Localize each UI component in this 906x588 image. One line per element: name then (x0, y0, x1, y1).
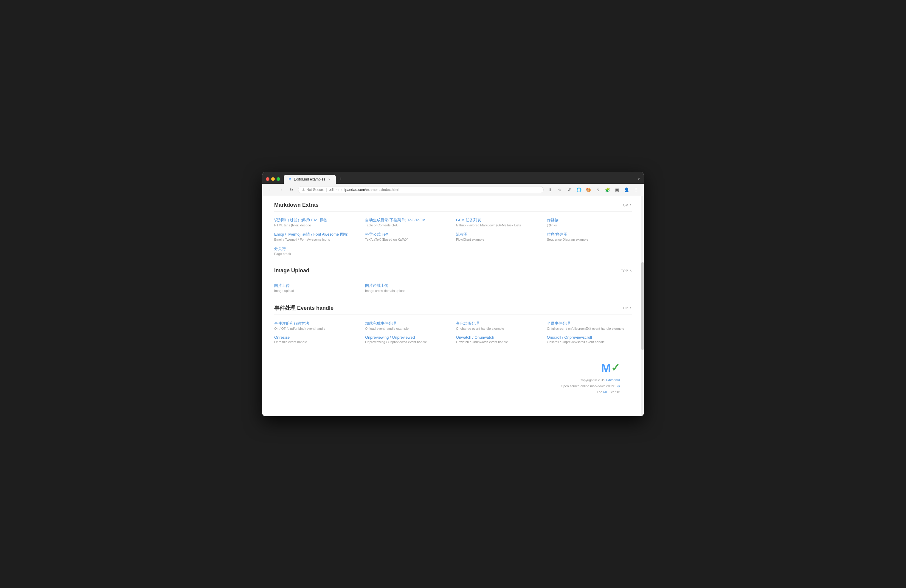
refresh-button[interactable]: ↻ (287, 186, 296, 194)
item-link[interactable]: 图片上传 (274, 283, 359, 288)
tab-favicon: M (288, 177, 292, 182)
puzzle-button[interactable]: 🧩 (603, 186, 611, 194)
sidebar-toggle[interactable]: ▣ (613, 186, 621, 194)
item-desc: Onresize event handle (274, 340, 359, 344)
url-separator: | (326, 188, 327, 192)
item-link[interactable]: 流程图 (456, 232, 541, 237)
new-tab-button[interactable]: + (337, 175, 345, 183)
minimize-button[interactable] (271, 177, 275, 181)
item-link[interactable]: 图片跨域上传 (365, 283, 450, 288)
item-desc: Image cross-domain upload (365, 289, 450, 293)
item-link[interactable]: 变化监听处理 (456, 321, 541, 326)
title-bar: M Editor.md examples ✕ + ∨ (262, 172, 644, 184)
item-link[interactable]: 时序/序列图 (547, 232, 632, 237)
item-desc: FlowChart example (456, 238, 541, 241)
section-header: 事件处理 Events handleTOP ∧ (274, 304, 632, 315)
tabs-bar: M Editor.md examples ✕ + (284, 175, 638, 184)
grid-item: Onwatch / OnunwatchOnwatch / Onunwatch e… (456, 335, 541, 344)
item-link[interactable]: Onscroll / Onpreviewscroll (547, 335, 632, 339)
reload-button[interactable]: ↺ (565, 186, 573, 194)
item-desc: TeX/LaTeX (Based on KaTeX) (365, 238, 450, 241)
back-button[interactable]: ← (266, 186, 274, 194)
tab-close-button[interactable]: ✕ (327, 177, 332, 182)
item-desc: On / Off (bind/unbind) event handle (274, 327, 359, 330)
section-title: Image Upload (274, 268, 309, 274)
share-button[interactable]: ⬆ (546, 186, 554, 194)
section-title: 事件处理 Events handle (274, 304, 333, 312)
license-link[interactable]: MIT (603, 390, 609, 394)
footer-copyright: Copyright © 2015 Editor.md Open source o… (286, 378, 620, 395)
scrollbar-track (641, 196, 644, 416)
section-header: Markdown ExtrasTOP ∧ (274, 202, 632, 212)
copyright-text: Copyright © 2015 (580, 378, 605, 382)
item-link[interactable]: 全屏事件处理 (547, 321, 632, 326)
item-desc: Onscroll / Onpreviewscroll event handle (547, 340, 632, 344)
extension-button-3[interactable]: N (594, 186, 602, 194)
item-link[interactable]: Onwatch / Onunwatch (456, 335, 541, 339)
item-link[interactable]: Onpreviewing / Onpreviewed (365, 335, 450, 339)
section-markdown-extras: Markdown ExtrasTOP ∧识别和（过滤）解析HTML标签HTML … (274, 202, 632, 256)
item-desc: Onwatch / Onunwatch event handle (456, 340, 541, 344)
top-link[interactable]: TOP ∧ (621, 306, 632, 310)
item-link[interactable]: 科学公式 TeX (365, 232, 450, 237)
section-grid: 图片上传Image upload图片跨域上传Image cross-domain… (274, 283, 632, 293)
section-grid: 事件注册和解除方法On / Off (bind/unbind) event ha… (274, 321, 632, 344)
extension-button-1[interactable]: 🌐 (574, 186, 583, 194)
item-desc: Github Flavored Markdown (GFM) Task List… (456, 223, 541, 227)
top-link[interactable]: TOP ∧ (621, 203, 632, 207)
grid-item: 分页符Page break (274, 246, 359, 256)
item-desc: HTML tags (filter) decode (274, 223, 359, 227)
grid-item: 自动生成目录(下拉菜单) ToC/ToCMTable of Contents (… (365, 217, 450, 227)
grid-item: 图片上传Image upload (274, 283, 359, 293)
url-domain: editor.md.ipandao.com (329, 188, 365, 192)
item-link[interactable]: Emoji / Twemoji 表情 / Font Awesome 图标 (274, 232, 359, 237)
grid-item: 事件注册和解除方法On / Off (bind/unbind) event ha… (274, 321, 359, 330)
extension-button-2[interactable]: 🎨 (584, 186, 592, 194)
tab-title: Editor.md examples (294, 177, 325, 182)
address-bar[interactable]: ⚠ Not Secure | editor.md.ipandao.com/exa… (298, 186, 544, 193)
grid-item: 图片跨域上传Image cross-domain upload (365, 283, 450, 293)
item-desc: Page break (274, 252, 359, 256)
forward-button[interactable]: → (277, 186, 285, 194)
grid-item: Onpreviewing / OnpreviewedOnpreviewing /… (365, 335, 450, 344)
item-link[interactable]: 识别和（过滤）解析HTML标签 (274, 217, 359, 223)
item-link[interactable]: 分页符 (274, 246, 359, 252)
active-tab[interactable]: M Editor.md examples ✕ (284, 175, 336, 184)
scrollbar-thumb[interactable] (641, 262, 644, 350)
profile-button[interactable]: 👤 (622, 186, 631, 194)
url-path: /examples/index.html (365, 188, 399, 192)
url-display: editor.md.ipandao.com/examples/index.htm… (329, 188, 399, 192)
logo-m: M (601, 362, 611, 375)
tagline-text: Open source online markdown editor. (561, 384, 615, 388)
content-wrapper: Markdown ExtrasTOP ∧识别和（过滤）解析HTML标签HTML … (262, 196, 644, 416)
item-link[interactable]: 事件注册和解除方法 (274, 321, 359, 326)
item-link[interactable]: @链接 (547, 217, 632, 223)
close-button[interactable] (266, 177, 270, 181)
item-link[interactable]: Onresize (274, 335, 359, 339)
grid-item: 时序/序列图Sequence Diagram example (547, 232, 632, 241)
license-prefix: The (597, 390, 602, 394)
section-header: Image UploadTOP ∧ (274, 268, 632, 277)
tab-expand-button[interactable]: ∨ (638, 177, 640, 184)
item-desc: Onpreviewing / Onpreviewed event handle (365, 340, 450, 344)
grid-item: 识别和（过滤）解析HTML标签HTML tags (filter) decode (274, 217, 359, 227)
top-link[interactable]: TOP ∧ (621, 269, 632, 272)
section-image-upload: Image UploadTOP ∧图片上传Image upload图片跨域上传I… (274, 268, 632, 293)
nav-bar: ← → ↻ ⚠ Not Secure | editor.md.ipandao.c… (262, 184, 644, 196)
editor-link[interactable]: Editor.md (606, 378, 620, 382)
traffic-lights (266, 177, 284, 184)
item-link[interactable]: 自动生成目录(下拉菜单) ToC/ToCM (365, 217, 450, 223)
item-link[interactable]: GFM 任务列表 (456, 217, 541, 223)
page-footer: M✓ Copyright © 2015 Editor.md Open sourc… (274, 356, 632, 404)
maximize-button[interactable] (277, 177, 280, 181)
item-link[interactable]: 加载完成事件处理 (365, 321, 450, 326)
page-content: Markdown ExtrasTOP ∧识别和（过滤）解析HTML标签HTML … (262, 196, 644, 416)
nav-actions: ⬆ ☆ ↺ 🌐 🎨 N 🧩 ▣ 👤 ⋮ (546, 186, 640, 194)
item-desc: Emoji / Twemoji / Font Awesome icons (274, 238, 359, 241)
section-grid: 识别和（过滤）解析HTML标签HTML tags (filter) decode… (274, 217, 632, 256)
bookmark-button[interactable]: ☆ (555, 186, 564, 194)
sections-container: Markdown ExtrasTOP ∧识别和（过滤）解析HTML标签HTML … (274, 202, 632, 344)
logo-check: ✓ (611, 362, 620, 375)
menu-button[interactable]: ⋮ (632, 186, 640, 194)
grid-item: 变化监听处理Onchange event handle example (456, 321, 541, 330)
